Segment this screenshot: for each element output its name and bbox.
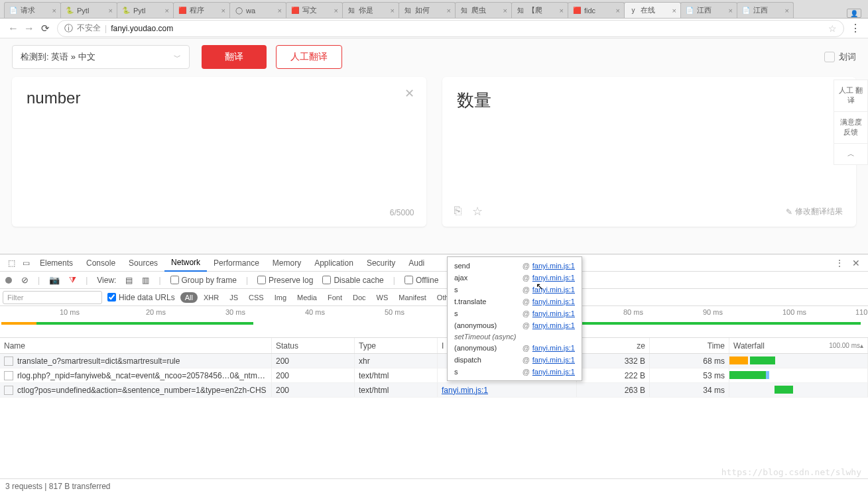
side-rail-button[interactable]: 人工 翻译	[834, 80, 868, 112]
devtools-close-icon[interactable]: ✕	[848, 258, 864, 268]
devtools-tab[interactable]: Application	[308, 254, 360, 272]
filter-type-pill[interactable]: Font	[323, 292, 347, 303]
devtools-tab[interactable]: Console	[80, 254, 122, 272]
filter-type-pill[interactable]: Media	[292, 292, 322, 303]
large-rows-icon[interactable]: ▤	[125, 276, 133, 285]
filter-icon[interactable]: ⧩	[69, 275, 76, 286]
user-icon[interactable]: 👤	[847, 9, 861, 18]
copy-icon[interactable]: ⎘	[454, 204, 462, 219]
col-size[interactable]: ze	[577, 338, 650, 353]
chrome-menu-icon[interactable]: ⋮	[848, 22, 863, 34]
filter-type-pill[interactable]: WS	[372, 292, 393, 303]
stack-source-link[interactable]: fanyi.min.js:1	[532, 321, 575, 329]
hide-data-urls-checkbox[interactable]: Hide data URLs	[107, 293, 175, 302]
stack-source-link[interactable]: fanyi.min.js:1	[532, 368, 575, 376]
table-row[interactable]: translate_o?smartresult=dict&smartresult…	[0, 354, 868, 368]
col-name[interactable]: Name	[0, 338, 272, 353]
language-selector[interactable]: 检测到: 英语 » 中文 ﹀	[12, 45, 190, 69]
tab-close-icon[interactable]: ×	[501, 7, 507, 15]
tab-close-icon[interactable]: ×	[558, 7, 564, 15]
translate-button[interactable]: 翻译	[202, 45, 267, 69]
col-waterfall[interactable]: Waterfall100.00 ms▴	[729, 338, 868, 353]
tab-close-icon[interactable]: ×	[276, 7, 282, 15]
devtools-tab[interactable]: Network	[164, 254, 207, 272]
side-rail-button[interactable]: ︿	[834, 144, 868, 165]
browser-tab[interactable]: y在线×	[624, 2, 681, 18]
waterfall-icon[interactable]: ▥	[142, 276, 149, 285]
preserve-log-checkbox[interactable]: Preserve log	[257, 276, 313, 285]
devtools-tab[interactable]: Sources	[122, 254, 164, 272]
stack-source-link[interactable]: fanyi.min.js:1	[532, 262, 575, 270]
filter-input[interactable]: Filter	[3, 291, 102, 304]
info-icon[interactable]: ⓘ	[64, 23, 73, 34]
devtools-tab[interactable]: Audi	[402, 254, 431, 272]
tab-close-icon[interactable]: ×	[670, 7, 676, 15]
filter-type-pill[interactable]: JS	[225, 292, 243, 303]
filter-type-pill[interactable]: CSS	[244, 292, 269, 303]
human-translate-button[interactable]: 人工翻译	[276, 45, 342, 69]
browser-tab[interactable]: 知【爬×	[511, 2, 568, 18]
col-status[interactable]: Status	[272, 338, 355, 353]
group-by-frame-checkbox[interactable]: Group by frame	[170, 276, 237, 285]
stack-source-link[interactable]: fanyi.min.js:1	[532, 298, 575, 305]
devtools-tab[interactable]: Security	[360, 254, 402, 272]
stack-source-link[interactable]: fanyi.min.js:1	[532, 344, 575, 352]
address-bar[interactable]: ⓘ 不安全 | fanyi.youdao.com ☆	[57, 20, 844, 37]
screenshot-icon[interactable]: 📷	[49, 275, 60, 285]
col-type[interactable]: Type	[355, 338, 438, 353]
tab-close-icon[interactable]: ×	[107, 7, 113, 15]
offline-checkbox[interactable]: Offline	[404, 276, 438, 285]
browser-tab[interactable]: 📄江西×	[680, 2, 737, 18]
tab-close-icon[interactable]: ×	[614, 7, 620, 15]
tab-close-icon[interactable]: ×	[445, 7, 451, 15]
record-button[interactable]	[5, 277, 12, 284]
tab-close-icon[interactable]: ×	[727, 7, 733, 15]
stack-source-link[interactable]: fanyi.min.js:1	[532, 309, 575, 317]
modify-result-button[interactable]: ✎ 修改翻译结果	[786, 206, 843, 217]
filter-type-pill[interactable]: All	[180, 292, 198, 303]
browser-tab[interactable]: ◯wa×	[229, 2, 286, 18]
reload-button[interactable]: ⟳	[37, 23, 53, 34]
browser-tab[interactable]: 🟥程序×	[173, 2, 230, 18]
stack-source-link[interactable]: fanyi.min.js:1	[532, 286, 575, 294]
browser-tab[interactable]: 知你是×	[342, 2, 399, 18]
table-row[interactable]: rlog.php?_npid=fanyiweb&_ncat=event&_nco…	[0, 368, 868, 383]
bookmark-star-icon[interactable]: ☆	[828, 23, 837, 34]
tab-close-icon[interactable]: ×	[50, 7, 56, 15]
tab-close-icon[interactable]: ×	[163, 7, 169, 15]
initiator-link[interactable]: fanyi.min.js:1	[442, 386, 488, 395]
clear-input-icon[interactable]: ✕	[404, 86, 414, 101]
devtools-tab[interactable]: Memory	[266, 254, 308, 272]
source-text[interactable]: number	[27, 89, 412, 107]
browser-tab[interactable]: 知爬虫×	[455, 2, 512, 18]
browser-tab[interactable]: 🟥fidc×	[568, 2, 625, 18]
side-rail-button[interactable]: 满意度 反馈	[834, 112, 868, 144]
source-panel[interactable]: number ✕ 6/5000	[12, 77, 426, 227]
browser-tab[interactable]: 🟥写文×	[286, 2, 343, 18]
filter-type-pill[interactable]: Img	[270, 292, 291, 303]
tab-close-icon[interactable]: ×	[219, 7, 225, 15]
col-time[interactable]: Time	[650, 338, 729, 353]
stack-source-link[interactable]: fanyi.min.js:1	[532, 356, 575, 364]
filter-type-pill[interactable]: XHR	[199, 292, 223, 303]
browser-tab[interactable]: 🐍Pytl×	[60, 2, 117, 18]
inspect-element-icon[interactable]: ⬚	[4, 258, 19, 268]
devtools-tab[interactable]: Elements	[33, 254, 80, 272]
network-timeline[interactable]: 10 ms20 ms30 ms40 ms50 ms80 ms90 ms100 m…	[0, 306, 868, 338]
clear-button[interactable]: ⊘	[21, 275, 29, 285]
browser-tab[interactable]: 🐍Pytl×	[117, 2, 174, 18]
table-row[interactable]: ctlog?pos=undefined&action=&sentence_num…	[0, 383, 868, 398]
forward-button[interactable]: →	[21, 23, 37, 34]
tab-close-icon[interactable]: ×	[332, 7, 338, 15]
tab-close-icon[interactable]: ×	[389, 7, 395, 15]
tab-close-icon[interactable]: ×	[783, 7, 789, 15]
browser-tab[interactable]: 📄请求×	[4, 2, 61, 18]
devtools-menu-icon[interactable]: ⋮	[831, 258, 848, 268]
star-icon[interactable]: ☆	[472, 204, 483, 219]
browser-tab[interactable]: 知如何×	[399, 2, 456, 18]
filter-type-pill[interactable]: Manifest	[394, 292, 431, 303]
filter-type-pill[interactable]: Doc	[348, 292, 371, 303]
stack-source-link[interactable]: fanyi.min.js:1	[532, 274, 575, 282]
device-toolbar-icon[interactable]: ▭	[19, 258, 33, 268]
huaci-toggle[interactable]: 划词	[824, 51, 856, 63]
